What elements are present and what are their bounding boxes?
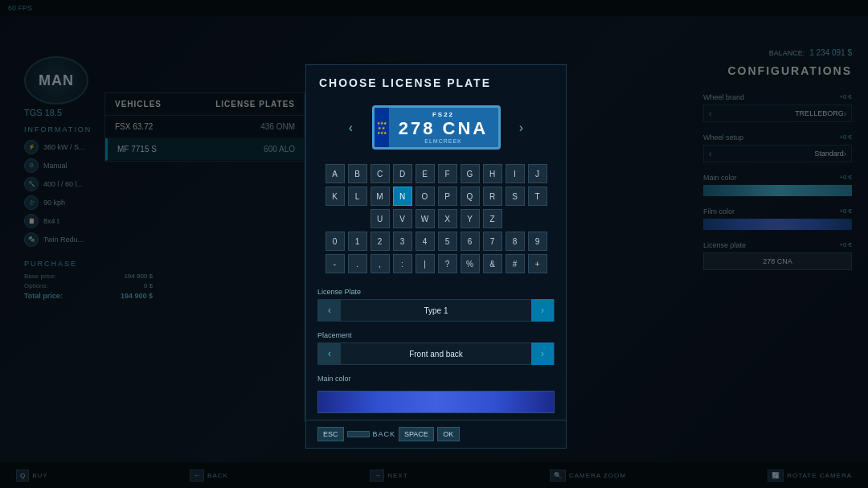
plate-top-text: FS22 — [432, 111, 454, 118]
key-F[interactable]: F — [438, 164, 457, 183]
license-plate-type-section: License Plate ‹ Type 1 › — [306, 283, 566, 326]
key-%[interactable]: % — [461, 254, 480, 273]
key-H[interactable]: H — [483, 164, 502, 183]
placement-value: Front and back — [341, 350, 531, 359]
plate-next-btn[interactable]: › — [514, 121, 530, 135]
placement-label: Placement — [317, 331, 555, 339]
key-E[interactable]: E — [416, 164, 435, 183]
key-U[interactable]: U — [371, 209, 390, 228]
back-button[interactable]: BACK — [347, 430, 396, 438]
esc-key: ESC — [317, 427, 344, 441]
keyboard-row-3: UVWXYZ — [316, 209, 556, 228]
plate-preview-area: ‹ ★★★★ ★★★★ FS22 278 CNA ELMCREEK › — [306, 97, 566, 158]
key-5[interactable]: 5 — [438, 232, 457, 251]
space-button[interactable]: SPACE — [399, 427, 434, 441]
main-color-section: Main color — [306, 370, 566, 391]
key-#[interactable]: # — [506, 254, 525, 273]
key-A[interactable]: A — [326, 164, 345, 183]
keyboard-row-1: ABCDEFGHIJ — [316, 164, 556, 183]
key-X[interactable]: X — [438, 209, 457, 228]
keyboard-row-5: -.,:|?%&#+ — [316, 254, 556, 273]
main-color-label-modal: Main color — [317, 375, 555, 383]
key-M[interactable]: M — [371, 187, 390, 206]
key-R[interactable]: R — [483, 187, 502, 206]
key--[interactable]: - — [326, 254, 345, 273]
key-K[interactable]: K — [326, 187, 345, 206]
plate-eu-stripe: ★★★★ ★★★★ — [375, 108, 389, 147]
modal-title: CHOOSE LICENSE PLATE — [306, 65, 566, 97]
key-C[interactable]: C — [371, 164, 390, 183]
back-key — [347, 431, 370, 437]
plate-prev-btn[interactable]: ‹ — [343, 121, 359, 135]
license-plate-modal: CHOOSE LICENSE PLATE ‹ ★★★★ ★★★★ FS22 27… — [305, 64, 567, 449]
plate-type-prev-btn[interactable]: ‹ — [318, 299, 341, 322]
key-O[interactable]: O — [416, 187, 435, 206]
keyboard-area: ABCDEFGHIJ KLMNOPQRST UVWXYZ 0123456789 … — [306, 158, 566, 283]
key-B[interactable]: B — [348, 164, 367, 183]
back-label: BACK — [373, 430, 396, 438]
license-plate-display: ★★★★ ★★★★ FS22 278 CNA ELMCREEK — [372, 105, 501, 150]
space-key: SPACE — [399, 427, 434, 441]
key-0[interactable]: 0 — [326, 232, 345, 251]
key-2[interactable]: 2 — [371, 232, 390, 251]
key-,[interactable]: , — [371, 254, 390, 273]
plate-bottom-text: ELMCREEK — [424, 138, 462, 144]
key-8[interactable]: 8 — [506, 232, 525, 251]
keyboard-row-2: KLMNOPQRST — [316, 187, 556, 206]
key-|[interactable]: | — [416, 254, 435, 273]
plate-number: 278 CNA — [399, 120, 488, 137]
key-7[interactable]: 7 — [483, 232, 502, 251]
key-V[interactable]: V — [393, 209, 412, 228]
key-9[interactable]: 9 — [528, 232, 547, 251]
license-plate-type-selector: ‹ Type 1 › — [317, 299, 555, 322]
key-?[interactable]: ? — [438, 254, 457, 273]
key-J[interactable]: J — [528, 164, 547, 183]
key-3[interactable]: 3 — [393, 232, 412, 251]
key-I[interactable]: I — [506, 164, 525, 183]
key-Z[interactable]: Z — [483, 209, 502, 228]
keyboard-row-4: 0123456789 — [316, 232, 556, 251]
key-G[interactable]: G — [461, 164, 480, 183]
placement-selector: ‹ Front and back › — [317, 342, 555, 365]
key-Y[interactable]: Y — [461, 209, 480, 228]
key-W[interactable]: W — [416, 209, 435, 228]
main-color-picker[interactable] — [317, 391, 555, 413]
placement-prev-btn[interactable]: ‹ — [318, 342, 341, 365]
key-P[interactable]: P — [438, 187, 457, 206]
key-.[interactable]: . — [348, 254, 367, 273]
key-S[interactable]: S — [506, 187, 525, 206]
key-1[interactable]: 1 — [348, 232, 367, 251]
esc-button[interactable]: ESC — [317, 427, 344, 441]
key-+[interactable]: + — [528, 254, 547, 273]
modal-footer: ESC BACK SPACE OK — [306, 420, 566, 448]
placement-next-btn[interactable]: › — [531, 342, 554, 365]
ok-button[interactable]: OK — [437, 427, 460, 441]
key-L[interactable]: L — [348, 187, 367, 206]
key-Q[interactable]: Q — [461, 187, 480, 206]
key-N[interactable]: N — [393, 187, 412, 206]
key-&[interactable]: & — [483, 254, 502, 273]
ok-key: OK — [437, 427, 460, 441]
key-:[interactable]: : — [393, 254, 412, 273]
placement-section: Placement ‹ Front and back › — [306, 326, 566, 370]
key-6[interactable]: 6 — [461, 232, 480, 251]
key-T[interactable]: T — [528, 187, 547, 206]
key-4[interactable]: 4 — [416, 232, 435, 251]
key-D[interactable]: D — [393, 164, 412, 183]
plate-type-value: Type 1 — [341, 306, 531, 315]
plate-type-next-btn[interactable]: › — [531, 299, 554, 322]
license-plate-type-label: License Plate — [317, 288, 555, 296]
eu-stars: ★★★★ ★★★★ — [377, 121, 387, 135]
